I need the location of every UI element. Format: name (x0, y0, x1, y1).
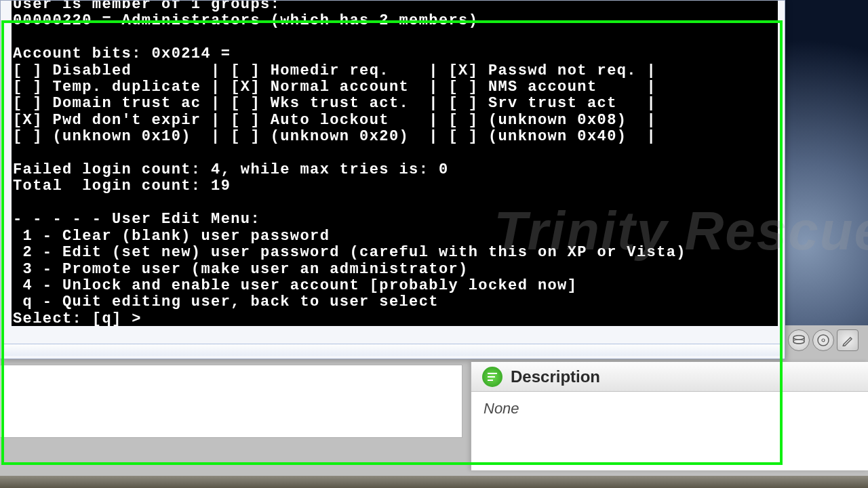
console-terminal[interactable]: User is member of 1 groups: 00000220 = A… (12, 1, 778, 326)
description-title: Description (511, 367, 600, 386)
description-header: Description (471, 362, 868, 392)
disk-icon[interactable] (788, 329, 810, 351)
desktop-background-right (785, 0, 868, 325)
svg-point-1 (793, 340, 804, 344)
svg-point-2 (818, 335, 829, 346)
console-window-statusbar (3, 344, 782, 356)
description-value: None (471, 392, 868, 426)
svg-point-0 (793, 336, 804, 340)
console-output: User is member of 1 groups: 00000220 = A… (13, 1, 686, 326)
description-icon (482, 367, 502, 387)
left-info-panel (0, 365, 462, 438)
cd-icon[interactable] (812, 329, 834, 351)
svg-point-3 (822, 339, 825, 342)
pen-icon[interactable] (837, 329, 859, 351)
host-taskbar (0, 476, 868, 488)
vm-console-window: User is member of 1 groups: 00000220 = A… (0, 0, 785, 359)
description-panel: Description None (471, 362, 868, 470)
vm-toolbar (785, 328, 859, 352)
